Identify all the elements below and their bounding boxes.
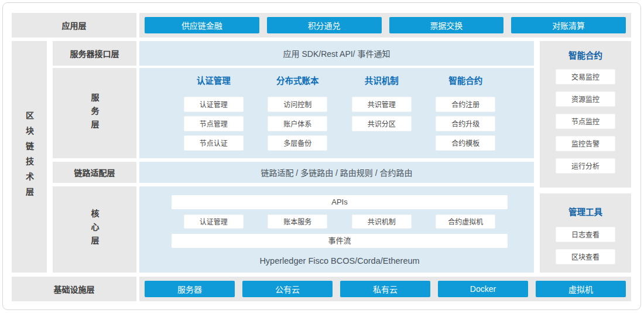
core-layer-panel: APIs 认证管理 账本服务 共识机制 合约虚拟机 事件流 Hyperledge… (139, 186, 534, 273)
monitor-item: 节点监控 (556, 114, 615, 129)
service-layer-label-box: 服务层 (53, 68, 136, 158)
infra-block-docker: Docker (438, 281, 528, 297)
service-column-distributed-ledger: 分布式账本 访问控制 账户体系 多层备份 (256, 75, 340, 158)
interface-layer-label: 服务器接口层 (70, 47, 119, 59)
app-layer-label: 应用层 (62, 19, 87, 31)
service-column-header: 分布式账本 (276, 75, 319, 87)
link-layer-label: 链路适配层 (74, 166, 115, 178)
app-block-supply-chain-finance: 供应链金融 (145, 17, 259, 33)
event-stream-bar: 事件流 (172, 234, 508, 248)
tools-panel-header: 管理工具 (568, 205, 602, 217)
monitor-item: 资源监控 (556, 91, 615, 107)
monitor-item: 监控告警 (556, 136, 615, 151)
infra-block-server: 服务器 (145, 281, 235, 297)
core-layer-label: 核心层 (89, 209, 101, 249)
platforms-text: Hyperledger Fisco BCOS/Corda/Ethereum (172, 256, 508, 266)
service-item: 合约注册 (436, 97, 495, 112)
service-item: 多层备份 (268, 135, 327, 151)
app-block-bill-exchange: 票据交换 (389, 17, 504, 33)
service-item: 账户体系 (268, 116, 327, 131)
infra-layer-band: 服务器 公有云 私有云 Docker 虚拟机 (139, 277, 631, 301)
link-adapter-bar-text: 链路适配 / 多链路由 / 路由规则 / 合约路由 (261, 166, 412, 178)
core-item: 共识机制 (352, 215, 412, 229)
service-column-header: 智能合约 (448, 75, 482, 87)
core-layer-label-box: 核心层 (53, 186, 136, 273)
infra-block-virtual-machine: 虚拟机 (536, 281, 626, 297)
tech-layer-bar: 区块链技术层 (12, 41, 47, 273)
tech-layer-label: 区块链技术层 (23, 111, 35, 202)
tools-item: 区块查看 (556, 249, 615, 264)
app-layer-band: 供应链金融 积分通兑 票据交换 对账清算 (139, 13, 631, 38)
core-item: 账本服务 (268, 215, 327, 229)
monitor-panel: 智能合约 交易监控 资源监控 节点监控 监控告警 运行分析 (540, 41, 631, 188)
app-block-points-exchange: 积分通兑 (267, 17, 382, 33)
service-item: 合约模板 (436, 135, 495, 151)
service-item: 节点管理 (184, 116, 244, 131)
core-item: 认证管理 (184, 215, 244, 229)
service-item: 共识管理 (352, 97, 412, 112)
infra-layer-label: 基础设施层 (54, 283, 95, 295)
tools-item: 日志查看 (556, 227, 615, 242)
service-column-smart-contract: 智能合约 合约注册 合约升级 合约模板 (424, 75, 508, 158)
link-adapter-bar: 链路适配 / 多链路由 / 路由规则 / 合约路由 (139, 162, 534, 183)
monitor-panel-header: 智能合约 (568, 49, 602, 61)
infra-block-public-cloud: 公有云 (242, 281, 333, 297)
tools-panel: 管理工具 日志查看 区块查看 (540, 193, 631, 273)
service-column-consensus: 共识机制 共识管理 共识分区 (340, 75, 424, 158)
app-block-reconciliation-clearing: 对账清算 (511, 17, 626, 33)
infra-layer-label-box: 基础设施层 (12, 277, 136, 301)
monitor-item: 运行分析 (556, 158, 615, 173)
service-item: 共识分区 (352, 116, 412, 131)
blockchain-architecture-diagram: 应用层 供应链金融 积分通兑 票据交换 对账清算 区块链技术层 服务器接口层 服… (0, 0, 644, 313)
link-layer-label-box: 链路适配层 (53, 162, 136, 183)
core-item: 合约虚拟机 (436, 215, 495, 229)
monitor-item: 交易监控 (556, 69, 615, 84)
service-item: 合约升级 (436, 116, 495, 131)
service-column-header: 共识机制 (365, 75, 399, 87)
service-layer-panel: 认证管理 认证管理 节点管理 节点认证 分布式账本 访问控制 账户体系 多层备份… (139, 68, 534, 158)
service-column-authentication: 认证管理 认证管理 节点管理 节点认证 (172, 75, 256, 158)
interface-layer-label-box: 服务器接口层 (53, 41, 136, 66)
service-item: 认证管理 (184, 97, 244, 112)
service-layer-label: 服务层 (89, 93, 101, 133)
infra-block-private-cloud: 私有云 (340, 281, 430, 297)
app-layer-label-box: 应用层 (12, 13, 136, 38)
service-column-header: 认证管理 (197, 75, 231, 87)
sdk-api-bar: 应用 SDK/Rest API/ 事件通知 (139, 41, 534, 66)
service-item: 节点认证 (184, 135, 244, 151)
sdk-api-bar-text: 应用 SDK/Rest API/ 事件通知 (283, 47, 390, 59)
service-item: 访问控制 (268, 97, 327, 112)
apis-bar: APIs (172, 195, 508, 209)
